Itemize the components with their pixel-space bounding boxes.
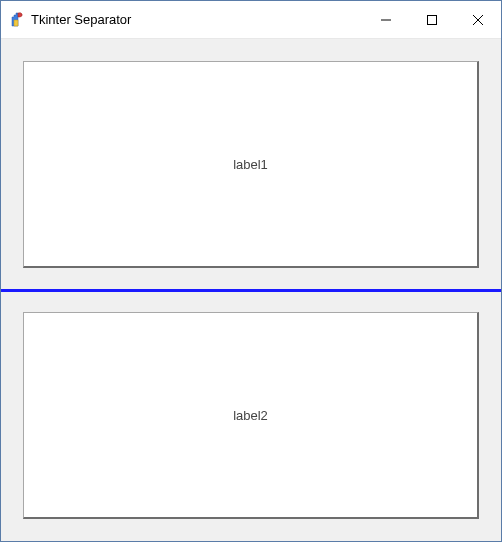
minimize-icon bbox=[381, 15, 391, 25]
close-button[interactable] bbox=[455, 1, 501, 38]
close-icon bbox=[473, 15, 483, 25]
client-area: label1 label2 bbox=[1, 39, 501, 541]
minimize-button[interactable] bbox=[363, 1, 409, 38]
label1-panel: label1 bbox=[23, 61, 479, 268]
maximize-icon bbox=[427, 15, 437, 25]
app-icon bbox=[9, 12, 25, 28]
svg-rect-1 bbox=[428, 15, 437, 24]
window-title: Tkinter Separator bbox=[31, 12, 363, 27]
label2-text: label2 bbox=[233, 408, 268, 423]
label1-text: label1 bbox=[233, 157, 268, 172]
maximize-button[interactable] bbox=[409, 1, 455, 38]
horizontal-separator bbox=[1, 289, 501, 292]
app-window: Tkinter Separator label1 bbox=[0, 0, 502, 542]
separator-row bbox=[1, 268, 501, 312]
window-controls bbox=[363, 1, 501, 38]
titlebar[interactable]: Tkinter Separator bbox=[1, 1, 501, 39]
label2-panel: label2 bbox=[23, 312, 479, 519]
